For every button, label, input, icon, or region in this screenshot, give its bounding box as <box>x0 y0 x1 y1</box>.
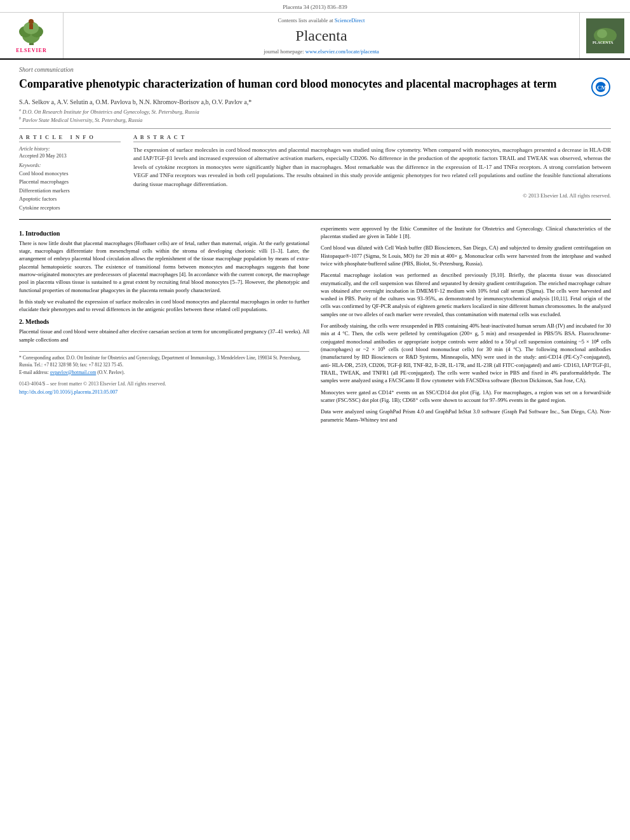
article-title: Comparative phenotypic characterization … <box>19 77 584 91</box>
email-link[interactable]: ovpavlov@hotmail.com <box>50 370 97 375</box>
journal-title: Placenta <box>295 27 347 44</box>
accepted-date: Accepted 20 May 2013 <box>19 153 121 159</box>
keywords-label: Keywords: <box>19 163 121 168</box>
abstract-text: The expression of surface molecules in c… <box>133 146 611 189</box>
elsevier-tree-icon <box>14 18 49 46</box>
svg-point-9 <box>597 29 607 38</box>
intro-paragraph-1: There is now little doubt that placental… <box>19 239 309 294</box>
body-right-col: experiments were approved by the Ethic C… <box>321 225 611 427</box>
intro-title: 1. Introduction <box>19 230 309 237</box>
abstract-col: A B S T R A C T The expression of surfac… <box>133 134 611 213</box>
placenta-logo-box: PLACENTA <box>579 13 630 58</box>
article-info: A R T I C L E I N F O Article history: A… <box>19 134 121 213</box>
keyword-4: Apoptotic factors <box>19 195 121 204</box>
history-label: Article history: <box>19 146 121 152</box>
keyword-2: Placental macrophages <box>19 178 121 187</box>
body-columns: 1. Introduction There is now little doub… <box>19 219 611 427</box>
footnote-email: E-mail address: ovpavlov@hotmail.com (O.… <box>19 369 309 376</box>
page-wrapper: Placenta 34 (2013) 836–839 ELSEVIER <box>0 0 630 840</box>
journal-homepage: journal homepage: www.elsevier.com/locat… <box>264 48 379 55</box>
keyword-5: Cytokine receptors <box>19 204 121 213</box>
bottom-line-1: 0143-4004/$ – see front matter © 2013 El… <box>19 381 309 387</box>
keywords-list: Cord blood monocytes Placental macrophag… <box>19 170 121 213</box>
intro-paragraph-2: In this study we evaluated the expressio… <box>19 298 309 314</box>
footnote: * Corresponding author. D.O. Ott Institu… <box>19 354 309 369</box>
svg-rect-6 <box>29 24 33 29</box>
journal-center: Contents lists available at ScienceDirec… <box>64 13 579 58</box>
article-content: Short communication Comparative phenotyp… <box>0 60 630 434</box>
svg-text:CM: CM <box>597 84 607 91</box>
svg-point-5 <box>29 19 34 24</box>
footnote-divider <box>19 351 309 352</box>
article-type: Short communication <box>19 66 611 73</box>
copyright: © 2013 Elsevier Ltd. All rights reserved… <box>133 192 611 199</box>
crossmark-icon: CM <box>591 77 611 97</box>
right-paragraph-5: Monocytes were gated as CD14⁺ events on … <box>321 389 611 404</box>
sciencedirect-link: Contents lists available at ScienceDirec… <box>278 17 365 23</box>
methods-paragraph-1: Placental tissue and cord blood were obt… <box>19 328 309 343</box>
sciencedirect-anchor[interactable]: ScienceDirect <box>335 17 365 23</box>
doi-link[interactable]: http://dx.doi.org/10.1016/j.placenta.201… <box>19 389 117 395</box>
affiliation-a: a D.O. Ott Research Institute for Obstet… <box>19 108 611 115</box>
abstract-header: A B S T R A C T <box>133 134 611 142</box>
right-paragraph-4: For antibody staining, the cells were re… <box>321 322 611 385</box>
divider-1 <box>19 128 611 129</box>
journal-header: ELSEVIER Contents lists available at Sci… <box>0 13 630 60</box>
top-bar: Placenta 34 (2013) 836–839 <box>0 0 630 13</box>
bottom-link: http://dx.doi.org/10.1016/j.placenta.201… <box>19 389 309 395</box>
journal-citation: Placenta 34 (2013) 836–839 <box>283 4 347 10</box>
right-paragraph-3: Placental macrophage isolation was perfo… <box>321 271 611 318</box>
keyword-3: Differentiation markers <box>19 187 121 196</box>
body-left-col: 1. Introduction There is now little doub… <box>19 225 309 427</box>
right-paragraph-6: Data were analyzed using GraphPad Prism … <box>321 408 611 423</box>
svg-text:PLACENTA: PLACENTA <box>593 41 613 44</box>
homepage-link[interactable]: www.elsevier.com/locate/placenta <box>305 48 379 55</box>
article-info-header: A R T I C L E I N F O <box>19 134 121 142</box>
keyword-1: Cord blood monocytes <box>19 170 121 178</box>
crossmark: CM <box>591 77 611 98</box>
article-info-abstract: A R T I C L E I N F O Article history: A… <box>19 134 611 213</box>
right-paragraph-1: experiments were approved by the Ethic C… <box>321 225 611 241</box>
placenta-logo-image: PLACENTA <box>589 26 621 45</box>
elsevier-logo: ELSEVIER <box>0 13 64 58</box>
authors: S.A. Selkov a, A.V. Selutin a, O.M. Pavl… <box>19 98 611 105</box>
right-paragraph-2: Cord blood was diluted with Cell Wash bu… <box>321 244 611 267</box>
methods-title: 2. Methods <box>19 318 309 325</box>
affiliation-b: b Pavlov State Medical University, St. P… <box>19 116 611 123</box>
elsevier-text: ELSEVIER <box>16 48 46 53</box>
